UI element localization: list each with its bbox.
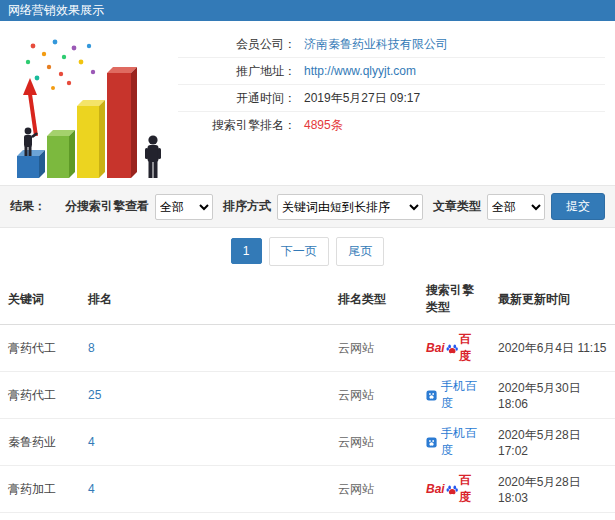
engine-filter-label: 分搜索引擎查看: [65, 198, 149, 215]
confetti-dots: [26, 40, 95, 90]
rank-type-cell: 云网站: [330, 325, 418, 372]
page-title: 网络营销效果展示: [8, 3, 104, 17]
businessman-right: [145, 135, 161, 178]
mobile-baidu-icon: [426, 436, 437, 449]
keyword-cell: 秦鲁药业: [0, 419, 80, 466]
rank-type-cell: 云网站: [330, 466, 418, 513]
company-info: 会员公司： 济南秦鲁药业科技有限公司 推广地址： http://www.qlyy…: [178, 31, 605, 185]
open-time-value: 2019年5月27日 09:17: [304, 90, 420, 107]
bar-red: [107, 67, 137, 178]
mobile-baidu-logo: 手机百度: [426, 378, 482, 412]
rank-count-value: 4895条: [304, 117, 343, 134]
info-row-open-time: 开通时间： 2019年5月27日 09:17: [178, 85, 605, 112]
bar-yellow: [77, 100, 105, 178]
engine-filter-select[interactable]: 全部: [155, 194, 213, 220]
rank-count-label: 搜索引擎排名：: [178, 117, 296, 134]
mobile-baidu-logo: 手机百度: [426, 425, 482, 459]
updated-cell: 2020年6月4日 11:15: [490, 325, 615, 372]
table-row: 膏药代工 25 云网站 手机百度 2020年5月30日 18:06: [0, 372, 615, 419]
header-updated: 最新更新时间: [490, 274, 615, 325]
baidu-latin-text: Bai: [426, 482, 445, 496]
engine-cell: Bai 百度: [418, 325, 490, 372]
header-rank: 排名: [80, 274, 330, 325]
keyword-cell: 膏药贴牌: [0, 513, 80, 520]
next-page-button[interactable]: 下一页: [269, 237, 329, 266]
article-type-label: 文章类型: [433, 198, 481, 215]
info-row-company: 会员公司： 济南秦鲁药业科技有限公司: [178, 31, 605, 58]
mobile-baidu-label: 手机百度: [441, 378, 482, 412]
keyword-cell: 膏药代工: [0, 372, 80, 419]
baidu-paw-icon: [446, 483, 458, 496]
page-1-button[interactable]: 1: [231, 238, 262, 264]
updated-cell: 2020年5月30日 18:06: [490, 372, 615, 419]
rank-link[interactable]: 4: [88, 482, 95, 496]
filter-bar: 结果： 分搜索引擎查看 全部 排序方式 关键词由短到长排序 文章类型 全部 提交: [0, 185, 615, 228]
sort-filter-label: 排序方式: [223, 198, 271, 215]
baidu-paw-icon: [446, 342, 458, 355]
table-row: 膏药代工 8 云网站 Bai 百度 2020年6月4日 11:15: [0, 325, 615, 372]
baidu-cn-text: 百度: [459, 472, 482, 506]
keyword-cell: 膏药代工: [0, 325, 80, 372]
sort-filter-select[interactable]: 关键词由短到长排序: [277, 194, 423, 220]
baidu-logo: Bai 百度: [426, 331, 482, 365]
rank-type-cell: 云网站: [330, 419, 418, 466]
mobile-baidu-icon: [426, 389, 437, 402]
table-header-row: 关键词 排名 排名类型 搜索引擎类型 最新更新时间: [0, 274, 615, 325]
bar-green: [47, 130, 75, 178]
pagination: 1 下一页 尾页: [0, 228, 615, 274]
header-rank-type: 排名类型: [330, 274, 418, 325]
article-type-select[interactable]: 全部: [487, 194, 545, 220]
rank-type-cell: 云网站: [330, 372, 418, 419]
info-row-rank-count: 搜索引擎排名： 4895条: [178, 112, 605, 139]
header-engine-type: 搜索引擎类型: [418, 274, 490, 325]
promo-url-label: 推广地址：: [178, 63, 296, 80]
table-row: 膏药加工 4 云网站 Bai 百度 2020年5月28日 18:03: [0, 466, 615, 513]
rank-type-cell: 云网站: [330, 513, 418, 520]
company-link[interactable]: 济南秦鲁药业科技有限公司: [304, 36, 448, 53]
titlebar: 网络营销效果展示: [0, 0, 615, 21]
engine-cell: Bai 百度: [418, 466, 490, 513]
bar-chart-graphic: [3, 28, 175, 184]
table-row: 膏药贴牌 1 云网站 Bai 百度 2020年6月4日 16:55: [0, 513, 615, 520]
open-time-label: 开通时间：: [178, 90, 296, 107]
baidu-logo: Bai 百度: [426, 472, 482, 506]
info-row-url: 推广地址： http://www.qlyyjt.com: [178, 58, 605, 85]
engine-cell: Bai 百度: [418, 513, 490, 520]
baidu-latin-text: Bai: [426, 341, 445, 355]
rank-link[interactable]: 4: [88, 435, 95, 449]
rank-link[interactable]: 8: [88, 341, 95, 355]
table-row: 秦鲁药业 4 云网站 手机百度 2020年5月28日 17:02: [0, 419, 615, 466]
rank-link[interactable]: 25: [88, 388, 101, 402]
marketing-chart-illustration: [0, 27, 178, 185]
baidu-cn-text: 百度: [459, 331, 482, 365]
keyword-cell: 膏药加工: [0, 466, 80, 513]
updated-cell: 2020年5月28日 18:03: [490, 466, 615, 513]
filter-controls: 分搜索引擎查看 全部 排序方式 关键词由短到长排序 文章类型 全部 提交: [61, 193, 605, 220]
updated-cell: 2020年6月4日 16:55: [490, 513, 615, 520]
ranking-table-body: 膏药代工 8 云网站 Bai 百度 2020年6月4日 11:15 膏药代工 2…: [0, 325, 615, 520]
ranking-table: 关键词 排名 排名类型 搜索引擎类型 最新更新时间 膏药代工 8 云网站 Bai…: [0, 274, 615, 520]
result-section-label: 结果：: [10, 198, 46, 215]
promo-url-link[interactable]: http://www.qlyyjt.com: [304, 64, 416, 78]
submit-button[interactable]: 提交: [551, 193, 605, 220]
engine-cell: 手机百度: [418, 372, 490, 419]
up-arrow: [23, 78, 37, 136]
last-page-button[interactable]: 尾页: [336, 237, 384, 266]
updated-cell: 2020年5月28日 17:02: [490, 419, 615, 466]
header-keyword: 关键词: [0, 274, 80, 325]
engine-cell: 手机百度: [418, 419, 490, 466]
mobile-baidu-label: 手机百度: [441, 425, 482, 459]
summary-panel: 会员公司： 济南秦鲁药业科技有限公司 推广地址： http://www.qlyy…: [0, 21, 615, 185]
company-label: 会员公司：: [178, 36, 296, 53]
